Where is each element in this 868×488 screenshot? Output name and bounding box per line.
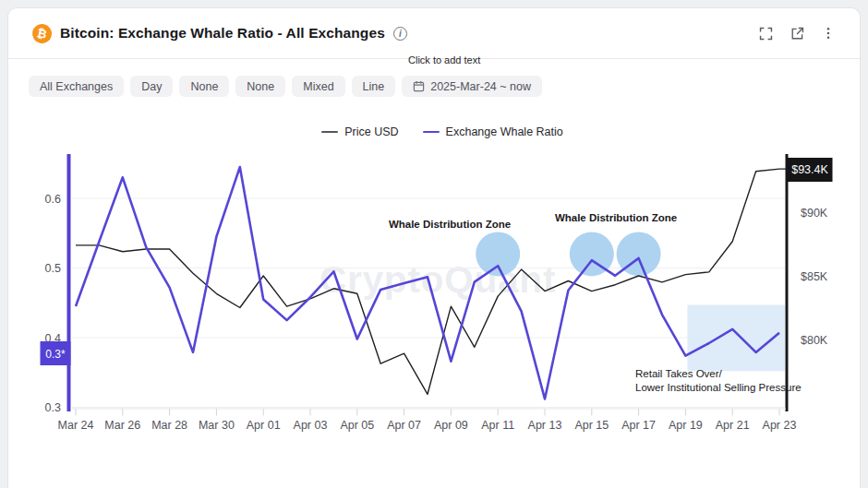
filter-chip-line-5[interactable]: Line [352,76,396,97]
legend-swatch [321,131,338,134]
legend-item-exchange-whale-ratio[interactable]: Exchange Whale Ratio [423,125,563,138]
filter-chip-none-3[interactable]: None [235,76,285,97]
filter-chip-mixed-4[interactable]: Mixed [292,76,344,97]
watermark: CryptoQuant [319,258,556,302]
calendar-icon [413,80,425,92]
legend-swatch [423,131,440,134]
filter-chip-all-exchanges-0[interactable]: All Exchanges [29,76,124,97]
filter-chip-day-1[interactable]: Day [130,76,173,97]
filter-toolbar: All ExchangesDayNoneNoneMixedLine2025-Ma… [29,76,860,97]
fullscreen-icon [758,26,774,42]
bitcoin-icon: ₿ [30,22,54,45]
card-header: ₿ Bitcoin: Exchange Whale Ratio - All Ex… [8,8,860,58]
open-external-button[interactable] [786,22,808,44]
legend-item-price-usd[interactable]: Price USD [321,125,398,138]
chart-legend: Price USDExchange Whale Ratio [8,125,868,138]
external-link-icon [790,26,805,42]
chart-title: Bitcoin: Exchange Whale Ratio - All Exch… [60,25,385,42]
bitcoin-symbol: ₿ [36,26,48,42]
more-options-button[interactable] [817,22,839,44]
click-to-add-text[interactable]: Click to add text [408,54,480,65]
fullscreen-button[interactable] [754,22,777,44]
date-range-button[interactable]: 2025-Mar-24 ~ now [402,76,542,97]
date-range-label: 2025-Mar-24 ~ now [430,80,531,93]
chart-card: ₿ Bitcoin: Exchange Whale Ratio - All Ex… [7,7,861,488]
kebab-menu-icon [821,26,836,41]
info-icon[interactable]: i [393,27,407,41]
filter-chip-none-2[interactable]: None [179,76,229,97]
legend-label: Price USD [344,125,398,138]
legend-label: Exchange Whale Ratio [446,125,563,138]
